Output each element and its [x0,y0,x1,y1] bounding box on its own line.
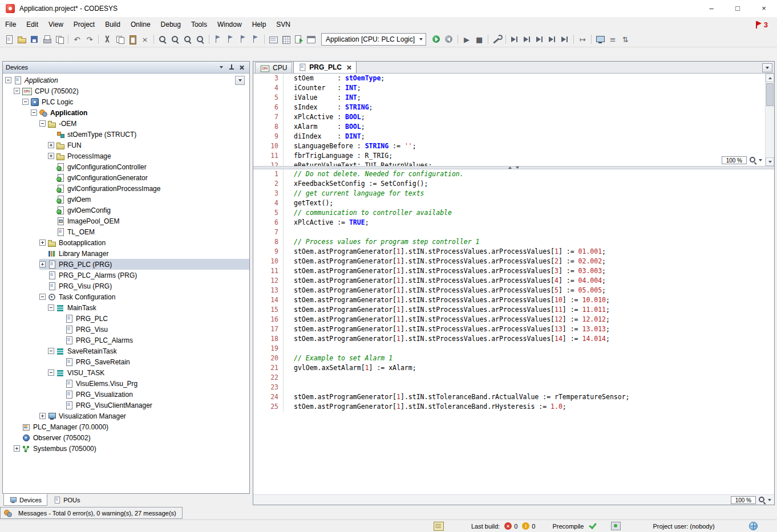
declaration-scrollbar[interactable] [765,74,774,166]
collapse-icon[interactable] [14,88,20,94]
print-icon[interactable] [41,34,52,45]
tree-item-gvlconfigurationprocessimage[interactable]: gvlConfigurationProcessImage [3,183,249,194]
paste-icon[interactable] [127,34,138,45]
tree-item-visualization-manager[interactable]: Visualization Manager [3,411,249,421]
step-over-icon[interactable] [509,34,520,45]
close-icon[interactable] [237,63,246,72]
collapse-icon[interactable] [48,348,54,354]
expand-icon[interactable] [14,445,20,452]
close-tab-icon[interactable] [346,65,351,70]
tree-item-visu-task[interactable]: VISU_TASK [3,367,249,378]
tree-item-gvloem[interactable]: gvlOem [3,194,249,205]
tree-item-prg-saveretain[interactable]: PRG_SaveRetain [3,356,249,367]
delete-icon[interactable]: × [139,34,151,45]
declaration-line-11[interactable]: 11fbrTrigLanguage : R_TRIG; [253,151,765,161]
start-icon[interactable]: ▶ [461,34,472,45]
declaration-line-10[interactable]: 10sLanguageBefore : STRING := ''; [253,141,765,151]
implementation-line-12[interactable]: 12stOem.astProgramGenerator[1].stIN.stPr… [253,276,774,286]
implementation-line-21[interactable]: 21gvlOem.axSetAlarm[1] := xAlarm; [253,363,774,373]
implementation-line-17[interactable]: 17stOem.astProgramGenerator[1].stIN.stPr… [253,324,774,334]
declaration-line-3[interactable]: 3stOem : stOemType; [253,74,765,83]
undo-icon[interactable]: ↶ [71,34,83,45]
expand-icon[interactable] [39,239,46,246]
tree-item-cpu-705002[interactable]: CPU (705002) [3,86,249,96]
declaration-line-6[interactable]: 6sIndex : STRING; [253,103,765,112]
tree-item-observer-705002[interactable]: Observer (705002) [3,432,249,443]
implementation-line-2[interactable]: 2xFeedbackSetConfig := SetConfig(); [253,179,774,189]
watch-list-icon[interactable]: ≡ [607,34,618,45]
implementation-line-6[interactable]: 6xPlcActive := TRUE; [253,218,774,228]
element-properties-icon[interactable] [280,34,292,45]
login-icon[interactable] [431,34,442,45]
messages-view-icon[interactable] [268,34,279,45]
tree-item-systembus-705000[interactable]: Systembus (705000) [3,443,249,454]
tree-item-gvlconfigurationgenerator[interactable]: gvlConfigurationGenerator [3,172,249,183]
implementation-line-11[interactable]: 11stOem.astProgramGenerator[1].stIN.stPr… [253,266,774,276]
sort-icon[interactable]: ⇅ [620,34,631,45]
expand-icon[interactable] [48,153,54,159]
find-icon[interactable] [157,34,168,45]
declaration-line-12[interactable]: 12eReturnValueText: TUI_ReturnValues; [253,161,765,166]
implementation-line-9[interactable]: 9stOem.astProgramGenerator[1].stIN.stPro… [253,247,774,257]
declaration-line-9[interactable]: 9diIndex : DINT; [253,132,765,141]
step-into-icon[interactable] [521,34,533,45]
tree-item-bootapplication[interactable]: Bootapplication [3,237,249,248]
menu-item-debug[interactable]: Debug [156,17,186,32]
implementation-line-3[interactable]: 3// get current language for texts [253,189,774,198]
menu-item-file[interactable]: File [0,17,21,32]
editor-tab-cpu[interactable]: CPU [255,62,292,73]
implementation-line-5[interactable]: 5// communication to controller availabl… [253,208,774,218]
run-to-cursor-icon[interactable] [547,34,558,45]
menu-item-tools[interactable]: Tools [186,17,212,32]
implementation-line-8[interactable]: 8// Process values for program step cont… [253,237,774,247]
tree-item-prg-plc[interactable]: PRG_PLC [3,313,249,324]
collapse-icon[interactable] [31,109,37,116]
bookmark-clear-icon[interactable] [250,34,261,45]
tree-item-fun[interactable]: FUN [3,140,249,151]
scrollbar-thumb[interactable] [766,83,774,106]
collapse-icon[interactable] [48,304,54,311]
tree-item-saveretaintask[interactable]: SaveRetainTask [3,346,249,356]
implementation-line-18[interactable]: 18stOem.astProgramGenerator[1].stIN.stPr… [253,334,774,344]
declaration-line-5[interactable]: 5iValue : INT; [253,93,765,103]
device-repository-icon[interactable] [305,34,317,45]
single-cycle-icon[interactable]: ↦ [577,34,588,45]
redo-icon[interactable]: ↷ [84,34,95,45]
menu-item-online[interactable]: Online [126,17,156,32]
implementation-line-7[interactable]: 7 [253,228,774,237]
step-out-icon[interactable] [534,34,545,45]
declaration-line-7[interactable]: 7xPlcActive : BOOL; [253,112,765,122]
implementation-line-19[interactable]: 19 [253,344,774,354]
tree-item-oem[interactable]: -OEM [3,118,249,129]
tree-item-gvloemconfig[interactable]: gvlOemConfig [3,205,249,216]
save-icon[interactable] [29,34,40,45]
find-next-icon[interactable] [169,34,181,45]
tree-item-prg-plc-prg[interactable]: PRG_PLC (PRG) [3,259,249,270]
tree-item-prg-plc-alarms-prg[interactable]: PRG_PLC_Alarms (PRG) [3,270,249,281]
tree-item-library-manager[interactable]: Library Manager [3,248,249,259]
tree-item-prg-plc-alarms[interactable]: PRG_PLC_Alarms [3,335,249,346]
implementation-line-20[interactable]: 20// Example to set Alarm 1 [253,354,774,363]
active-application-selector[interactable]: Application [CPU: PLC Logic] [321,33,426,46]
page-setup-icon[interactable] [54,34,65,45]
magnifier-icon[interactable] [748,156,757,164]
expand-icon[interactable] [48,142,54,148]
implementation-line-14[interactable]: 14stOem.astProgramGenerator[1].stIN.stPr… [253,295,774,305]
implementation-line-22[interactable]: 22 [253,373,774,383]
new-file-icon[interactable] [3,34,15,45]
tree-item-prg-visualization[interactable]: PRG_Visualization [3,389,249,400]
declaration-zoom-level[interactable]: 100 % [722,156,747,164]
menu-item-view[interactable]: View [43,17,68,32]
collapse-icon[interactable] [5,77,11,83]
expand-icon[interactable] [39,261,46,267]
tree-item-prg-visuclientmanager[interactable]: PRG_VisuClientManager [3,400,249,411]
zoom-dropdown-icon[interactable] [768,499,771,501]
active-application-dropdown-icon[interactable] [235,76,245,85]
menu-item-project[interactable]: Project [68,17,100,32]
implementation-line-1[interactable]: 1// Do not delete. Needed for configurat… [253,169,774,179]
pin-icon[interactable] [227,63,236,72]
implementation-line-25[interactable]: 25stOem.astProgramGenerator[1].stIN.stTo… [253,402,774,412]
bookmark-next-icon[interactable] [225,34,236,45]
editor-tab-prg-plc[interactable]: PRG_PLC [293,61,357,73]
pending-changes-flag[interactable]: 3 [755,21,768,29]
